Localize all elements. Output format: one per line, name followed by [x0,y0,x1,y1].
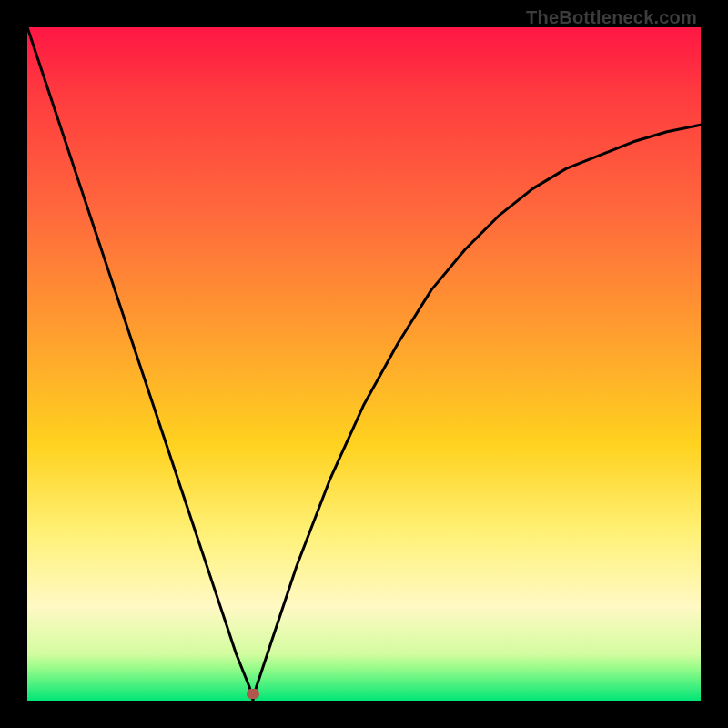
stage: TheBottleneck.com [0,0,728,728]
curve-path [27,27,701,701]
bottleneck-curve [27,27,701,701]
attribution-label: TheBottleneck.com [526,7,697,28]
plot-area [27,27,701,701]
min-marker [247,689,259,699]
